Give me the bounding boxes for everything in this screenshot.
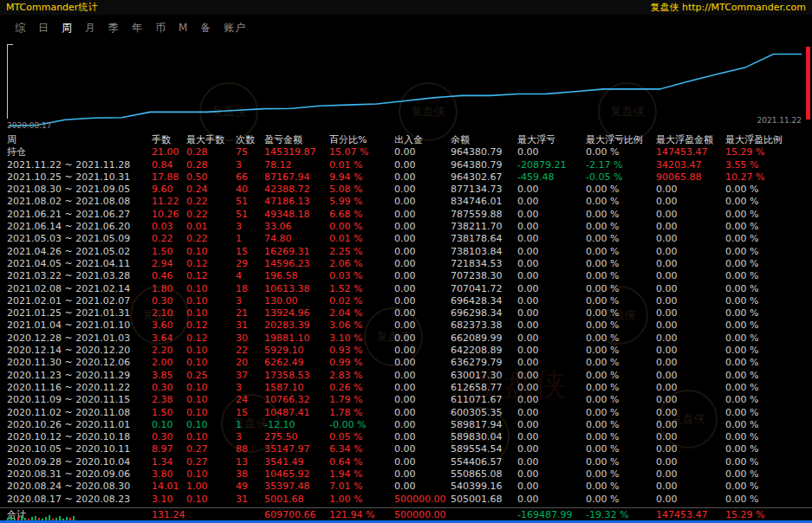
table-row[interactable]: 2020.09.28 ~ 2020.10.041.340.27133541.49… xyxy=(0,456,812,468)
menu-item-1[interactable]: 综 xyxy=(9,21,32,36)
table-row[interactable]: 2020.12.28 ~ 2021.01.033.640.123019881.1… xyxy=(0,333,812,345)
table-row[interactable]: 2021.02.08 ~ 2021.02.141.800.101810613.3… xyxy=(0,283,812,295)
table-row[interactable]: 2020.08.31 ~ 2020.09.063.800.103810465.9… xyxy=(0,468,812,481)
cell: -19.32 % xyxy=(586,508,656,521)
table-row[interactable]: 2020.11.02 ~ 2020.11.081.500.101510487.4… xyxy=(0,407,812,419)
table-row[interactable]: 2020.11.16 ~ 2020.11.220.300.1031587.100… xyxy=(0,382,812,394)
cell: 0.10 xyxy=(152,419,186,431)
cell: 0.24 xyxy=(186,184,236,196)
cell: 0.00 xyxy=(517,246,586,258)
cell: 3.80 xyxy=(152,468,186,481)
table-row[interactable]: 2021.03.22 ~ 2021.03.280.460.124196.580.… xyxy=(0,270,812,282)
menu-item-6[interactable]: 年 xyxy=(126,21,149,36)
cell: 0.00 xyxy=(394,209,451,221)
cell: 0.00 % xyxy=(586,258,656,270)
table-row[interactable]: 2021.06.21 ~ 2021.06.2710.260.225149348.… xyxy=(0,209,812,221)
col-header-5[interactable]: 盈亏金额 xyxy=(264,134,329,146)
col-header-10[interactable]: 最大浮亏比例 xyxy=(586,134,656,146)
cell: 0.93 % xyxy=(329,345,394,357)
cell: 2.10 xyxy=(152,307,186,320)
table-row[interactable]: 2020.11.09 ~ 2020.11.152.380.102410766.3… xyxy=(0,394,812,406)
col-header-6[interactable]: 百分比% xyxy=(329,134,394,146)
cell: 78.12 xyxy=(264,159,329,171)
cell: 1.50 xyxy=(152,246,186,258)
cell: 636279.79 xyxy=(451,357,517,369)
cell: 75 xyxy=(236,146,264,158)
brand-link[interactable]: 复盘侠 http://MTCommander.com xyxy=(650,0,806,15)
table-row[interactable]: 2020.11.23 ~ 2020.11.293.850.253717358.5… xyxy=(0,370,812,382)
col-header-11[interactable]: 最大浮盈金额 xyxy=(656,134,725,146)
cell: 0.00 xyxy=(394,481,451,493)
cell: 0.00 xyxy=(656,394,725,406)
cell: 0.03 xyxy=(152,221,186,233)
cell: 33.06 xyxy=(264,221,329,233)
cell: 0.00 % xyxy=(725,221,812,233)
cell: 90065.88 xyxy=(656,171,725,184)
cell: 0.00 % xyxy=(725,481,812,493)
table-row[interactable]: 2020.11.30 ~ 2020.12.062.000.10206262.49… xyxy=(0,357,812,369)
cell: 721834.53 xyxy=(451,258,517,270)
cell: 0.00 % xyxy=(586,307,656,320)
cell: 1.34 xyxy=(152,456,186,468)
col-header-9[interactable]: 最大浮亏 xyxy=(517,134,586,146)
cell: 0.00 % xyxy=(586,394,656,406)
table-row[interactable]: 2020.08.24 ~ 2020.08.3014.011.004935397.… xyxy=(0,481,812,493)
menu-item-10[interactable]: 账户 xyxy=(218,21,252,36)
table-row[interactable]: 2020.10.05 ~ 2020.10.118.970.278835147.9… xyxy=(0,443,812,455)
table-row[interactable]: 2021.04.26 ~ 2021.05.021.500.101516269.3… xyxy=(0,246,812,258)
menu-item-7[interactable]: 币 xyxy=(149,21,172,36)
table-row[interactable]: 2020.12.14 ~ 2020.12.202.200.10225929.10… xyxy=(0,345,812,357)
table-row[interactable]: 2021.10.25 ~ 2021.10.3117.880.506687167.… xyxy=(0,171,812,184)
col-header-3[interactable]: 最大手数 xyxy=(186,134,236,146)
cell: 0.00 xyxy=(394,345,451,357)
cell: 0.10 xyxy=(186,295,236,307)
menu-item-4[interactable]: 月 xyxy=(79,21,102,36)
cell: 0.00 % xyxy=(586,443,656,455)
menu-item-9[interactable]: 备 xyxy=(194,21,218,36)
table-row[interactable]: 2021.01.25 ~ 2021.01.312.100.102113924.9… xyxy=(0,307,812,320)
cell: 0.28 xyxy=(186,159,236,171)
col-header-4[interactable]: 次数 xyxy=(236,134,264,146)
cell: 1.79 % xyxy=(329,394,394,406)
cell: 3 xyxy=(236,295,264,307)
cell: 3.55 % xyxy=(725,159,812,171)
row-label: 2021.03.22 ~ 2021.03.28 xyxy=(7,270,152,282)
cell: 3 xyxy=(236,431,264,443)
row-label: 2020.11.23 ~ 2020.11.29 xyxy=(7,370,152,382)
table-row[interactable]: 持仓21.000.2875145319.8715.07 %0.00964380.… xyxy=(0,146,812,158)
cell: 0.00 % xyxy=(586,494,656,506)
menu-item-3[interactable]: 周 xyxy=(55,21,79,36)
table-row[interactable]: 2021.08.02 ~ 2021.08.0811.220.225147186.… xyxy=(0,196,812,208)
col-header-8[interactable]: 余额 xyxy=(451,134,517,146)
cell: 14596.23 xyxy=(264,258,329,270)
col-header-1[interactable]: 周 xyxy=(7,134,152,146)
cell: 24 xyxy=(236,394,264,406)
table-row[interactable]: 2021.05.03 ~ 2021.05.090.220.22174.800.0… xyxy=(0,233,812,245)
table-row[interactable]: 2021.01.04 ~ 2021.01.103.600.123120283.3… xyxy=(0,320,812,332)
menu-item-8[interactable]: M xyxy=(172,22,194,34)
cell: 0.00 xyxy=(517,146,586,158)
cell: 51 xyxy=(236,196,264,208)
cell: 3.60 xyxy=(152,320,186,332)
col-header-12[interactable]: 最大浮盈比例 xyxy=(725,134,812,146)
cell: 5.99 % xyxy=(329,196,394,208)
cell: 10465.92 xyxy=(264,468,329,481)
table-row[interactable]: 2021.08.30 ~ 2021.09.059.600.244042388.7… xyxy=(0,184,812,196)
table-row[interactable]: 2020.08.17 ~ 2020.08.233.100.10315001.68… xyxy=(0,494,812,506)
table-row[interactable]: 2020.10.26 ~ 2020.11.010.100.101-12.10-0… xyxy=(0,419,812,431)
col-header-7[interactable]: 出入金 xyxy=(394,134,451,146)
menu-item-5[interactable]: 季 xyxy=(102,21,126,36)
table-row[interactable]: 2021.04.05 ~ 2021.04.112.940.122914596.2… xyxy=(0,258,812,270)
cell: 3541.49 xyxy=(264,456,329,468)
cell: 0.00 % xyxy=(725,320,812,332)
row-label: 2020.11.02 ~ 2020.11.08 xyxy=(7,407,152,419)
table-row[interactable]: 2021.02.01 ~ 2021.02.070.300.103130.000.… xyxy=(0,295,812,307)
menu-item-2[interactable]: 日 xyxy=(32,21,55,36)
col-header-2[interactable]: 手数 xyxy=(152,134,186,146)
row-label: 2021.06.14 ~ 2021.06.20 xyxy=(7,221,152,233)
cell: 17358.53 xyxy=(264,370,329,382)
table-row[interactable]: 2020.10.12 ~ 2020.10.180.300.103275.500.… xyxy=(0,431,812,443)
table-row[interactable]: 2021.11.22 ~ 2021.11.280.840.28378.120.0… xyxy=(0,159,812,171)
cell: 3.06 % xyxy=(329,320,394,332)
table-row[interactable]: 2021.06.14 ~ 2021.06.200.030.01333.060.0… xyxy=(0,221,812,233)
